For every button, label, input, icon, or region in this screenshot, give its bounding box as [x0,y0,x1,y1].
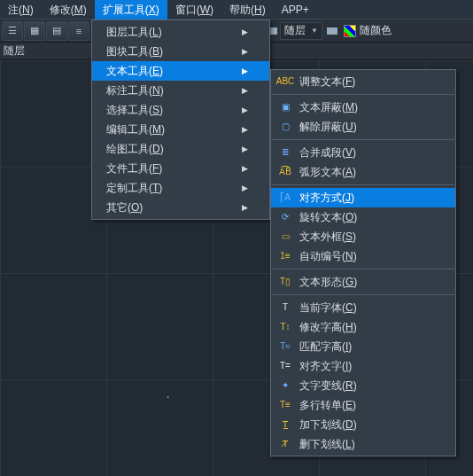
submenu-label: 当前字体(C) [299,298,436,317]
tool-list-icon[interactable]: ≡ [68,21,89,41]
submenu-label: 文本屏蔽(M) [299,98,436,117]
menu-注[interactable]: 注(N) [0,0,42,20]
submenu-item-弧形文本[interactable]: A͡B弧形文本(A) [271,162,455,182]
menu-APP+[interactable]: APP+ [274,0,317,20]
arrow-right-icon: ▶ [242,100,248,120]
submenu-label: 文本形态(G) [299,272,436,292]
submenu-label: 文字变线(R) [299,376,436,395]
submenu-item-合并成段[interactable]: ≣合并成段(V) [271,143,455,162]
tool-grid-icon[interactable]: ▦ [24,21,45,41]
menu-扩展工具[interactable]: 扩展工具(X) [95,0,167,20]
arrow-right-icon: ▶ [242,178,248,198]
separator [272,184,454,185]
multiline-icon: T≡ [276,398,294,412]
submenu-label: 加下划线(D) [299,415,436,434]
submenu-label: 旋转文本(O) [299,207,436,227]
menu-帮助[interactable]: 帮助(H) [221,0,274,20]
menu-item-文本工具[interactable]: 文本工具(E)▶ [92,61,269,81]
submenu-label: 匹配字高(I) [299,337,436,356]
tool-table-icon[interactable]: ▤ [46,21,67,41]
align-text-icon: T= [276,359,294,373]
align-icon: ⎡A [276,191,294,205]
menu-item-图层工具[interactable]: 图层工具(L)▶ [92,22,269,42]
underline-icon: T̲ [276,417,294,432]
layer-dropdown-label: 随层 [284,23,306,38]
unmask-icon: ▢ [276,120,294,134]
submenu-item-对齐文字[interactable]: T=对齐文字(I) [271,356,455,376]
menu-item-编辑工具[interactable]: 编辑工具(M)▶ [92,120,269,139]
bar-icon [327,27,337,35]
cursor-dot: . [167,388,169,401]
arrow-right-icon: ▶ [242,81,248,100]
submenu-label: 合并成段(V) [299,143,436,162]
submenu-item-文本外框[interactable]: ▭文本外框(S) [271,227,455,246]
menu-item-其它[interactable]: 其它(O)▶ [92,198,269,217]
match-height-icon: T≈ [276,339,294,354]
text-tools-submenu: ABC调整文本(F)▣文本屏蔽(M)▢解除屏蔽(U)≣合并成段(V)A͡B弧形文… [270,69,456,456]
text-to-line-icon: ✦ [276,378,294,393]
color-swatch-icon [344,25,356,37]
shape-icon: T▯ [276,275,294,289]
submenu-item-多行转单[interactable]: T≡多行转单(E) [271,395,455,415]
arrow-right-icon: ▶ [242,159,248,178]
separator [272,139,454,140]
tool-layers-icon[interactable]: ☰ [2,21,23,41]
abc-icon: ABC [276,74,294,89]
remove-underline-icon: T̸ [276,437,294,451]
arc-text-icon: A͡B [276,165,294,179]
arrow-right-icon: ▶ [242,61,248,81]
extend-tools-menu: 图层工具(L)▶图块工具(B)▶文本工具(E)▶标注工具(N)▶选择工具(S)▶… [91,20,270,220]
submenu-label: 弧形文本(A) [299,162,436,182]
menu-item-标注工具[interactable]: 标注工具(N)▶ [92,81,269,100]
menu-item-绘图工具[interactable]: 绘图工具(D)▶ [92,139,269,159]
submenu-label: 解除屏蔽(U) [299,117,436,137]
arrow-right-icon: ▶ [242,139,248,159]
submenu-item-匹配字高[interactable]: T≈匹配字高(I) [271,337,455,356]
rotate-icon: ⟳ [276,210,294,224]
submenu-item-文本屏蔽[interactable]: ▣文本屏蔽(M) [271,98,455,117]
chevron-down-icon: ▼ [311,27,318,35]
submenu-label: 多行转单(E) [299,395,436,415]
separator [272,269,454,269]
submenu-item-删下划线[interactable]: T̸删下划线(L) [271,434,455,454]
submenu-item-解除屏蔽[interactable]: ▢解除屏蔽(U) [271,117,455,137]
arrow-right-icon: ▶ [242,120,248,139]
color-dropdown[interactable]: 随颜色 [340,22,395,40]
submenu-item-加下划线[interactable]: T̲加下划线(D) [271,415,455,434]
text-height-icon: T↕ [276,320,294,334]
menu-item-文件工具[interactable]: 文件工具(F)▶ [92,159,269,178]
submenu-item-对齐方式[interactable]: ⎡A对齐方式(J) [271,188,455,207]
submenu-item-调整文本[interactable]: ABC调整文本(F) [271,72,455,91]
menu-item-定制工具[interactable]: 定制工具(T)▶ [92,178,269,198]
layer-strip-label: 随层 [4,43,25,59]
submenu-label: 文本外框(S) [299,227,436,246]
submenu-label: 对齐方式(J) [299,188,436,207]
menu-修改[interactable]: 修改(M) [42,0,95,20]
submenu-item-旋转文本[interactable]: ⟳旋转文本(O) [271,207,455,227]
submenu-label: 自动编号(N) [299,246,436,266]
separator [272,94,454,95]
submenu-item-文字变线[interactable]: ✦文字变线(R) [271,376,455,395]
autonum-icon: 1≡ [276,249,294,263]
merge-icon: ≣ [276,145,294,160]
mask-icon: ▣ [276,100,294,114]
separator [272,294,454,295]
submenu-label: 修改字高(H) [299,317,436,337]
submenu-item-自动编号[interactable]: 1≡自动编号(N) [271,246,455,266]
arrow-right-icon: ▶ [242,42,248,61]
border-icon: ▭ [276,230,294,244]
color-dropdown-label: 随颜色 [360,23,392,38]
arrow-right-icon: ▶ [242,22,248,42]
submenu-item-修改字高[interactable]: T↕修改字高(H) [271,317,455,337]
menu-窗口[interactable]: 窗口(W) [167,0,221,20]
menu-item-选择工具[interactable]: 选择工具(S)▶ [92,100,269,120]
submenu-item-文本形态[interactable]: T▯文本形态(G) [271,272,455,292]
menu-item-图块工具[interactable]: 图块工具(B)▶ [92,42,269,61]
layer-dropdown[interactable]: 随层 ▼ [280,22,322,40]
submenu-label: 对齐文字(I) [299,356,436,376]
arrow-right-icon: ▶ [242,198,248,217]
submenu-label: 删下划线(L) [299,434,436,454]
submenu-label: 调整文本(F) [299,72,436,91]
submenu-item-当前字体[interactable]: T当前字体(C) [271,298,455,317]
font-icon: T [276,300,294,315]
